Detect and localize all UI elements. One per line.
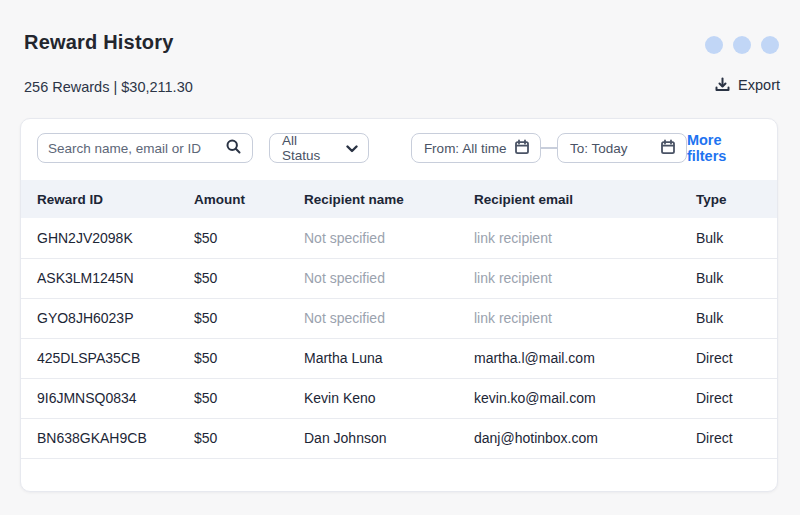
calendar-icon (660, 139, 676, 158)
cell-recipient-email: link recipient (458, 258, 680, 298)
cell-recipient-name: Not specified (288, 258, 458, 298)
column-header-type: Type (680, 180, 777, 218)
cell-amount: $50 (178, 258, 288, 298)
cell-recipient-name: Martha Luna (288, 338, 458, 378)
reward-history-page: Reward History 256 Rewards | $30,211.30 … (0, 0, 800, 515)
cell-recipient-email: martha.l@mail.com (458, 338, 680, 378)
cell-recipient-email: link recipient (458, 218, 680, 258)
cell-type: Bulk (680, 298, 777, 338)
cell-recipient-name: Not specified (288, 218, 458, 258)
date-to-picker[interactable]: To: Today (557, 133, 687, 163)
cell-amount: $50 (178, 218, 288, 258)
dot-icon (705, 36, 723, 54)
date-to-value: To: Today (570, 141, 628, 156)
export-button[interactable]: Export (714, 76, 780, 93)
cell-type: Direct (680, 378, 777, 418)
rewards-summary: 256 Rewards | $30,211.30 (24, 79, 193, 95)
cell-reward-id: GYO8JH6023P (21, 298, 178, 338)
cell-amount: $50 (178, 418, 288, 458)
cell-reward-id: ASK3LM1245N (21, 258, 178, 298)
date-from-value: From: All time (424, 141, 507, 156)
cell-recipient-name: Kevin Keno (288, 378, 458, 418)
download-icon (714, 76, 731, 93)
date-from-picker[interactable]: From: All time (411, 133, 541, 163)
rewards-table: Reward ID Amount Recipient name Recipien… (21, 180, 777, 459)
date-range-connector (541, 147, 557, 149)
reward-history-card: All Status From: All time (20, 118, 778, 492)
cell-recipient-email: kevin.ko@mail.com (458, 378, 680, 418)
cell-recipient-name: Not specified (288, 298, 458, 338)
page-title: Reward History (24, 31, 174, 54)
more-filters-link[interactable]: More filters (687, 132, 761, 164)
filter-bar: All Status From: All time (21, 119, 777, 164)
status-filter-dropdown[interactable]: All Status (269, 133, 369, 163)
column-header-recipient-name: Recipient name (288, 180, 458, 218)
cell-type: Direct (680, 338, 777, 378)
table-row: ASK3LM1245N $50 Not specified link recip… (21, 258, 777, 298)
column-header-recipient-email: Recipient email (458, 180, 680, 218)
dot-icon (733, 36, 751, 54)
export-label: Export (738, 77, 780, 93)
cell-reward-id: 9I6JMNSQ0834 (21, 378, 178, 418)
chevron-down-icon (346, 141, 358, 156)
cell-reward-id: GHN2JV2098K (21, 218, 178, 258)
table-row: 9I6JMNSQ0834 $50 Kevin Keno kevin.ko@mai… (21, 378, 777, 418)
cell-reward-id: 425DLSPA35CB (21, 338, 178, 378)
status-filter-value: All Status (282, 133, 335, 163)
cell-amount: $50 (178, 298, 288, 338)
table-row: GHN2JV2098K $50 Not specified link recip… (21, 218, 777, 258)
cell-reward-id: BN638GKAH9CB (21, 418, 178, 458)
cell-type: Direct (680, 418, 777, 458)
cell-amount: $50 (178, 378, 288, 418)
cell-recipient-email: danj@hotinbox.com (458, 418, 680, 458)
cell-recipient-name: Dan Johnson (288, 418, 458, 458)
table-header: Reward ID Amount Recipient name Recipien… (21, 180, 777, 218)
table-row: GYO8JH6023P $50 Not specified link recip… (21, 298, 777, 338)
cell-amount: $50 (178, 338, 288, 378)
table-row: 425DLSPA35CB $50 Martha Luna martha.l@ma… (21, 338, 777, 378)
search-icon (225, 138, 242, 158)
header-dots (705, 36, 779, 54)
column-header-reward-id: Reward ID (21, 180, 178, 218)
search-input[interactable] (48, 141, 225, 156)
dot-icon (761, 36, 779, 54)
search-box (37, 133, 253, 163)
cell-recipient-email: link recipient (458, 298, 680, 338)
date-range-filter: From: All time To: Today (411, 133, 687, 163)
table-row: BN638GKAH9CB $50 Dan Johnson danj@hotinb… (21, 418, 777, 458)
calendar-icon (514, 139, 530, 158)
column-header-amount: Amount (178, 180, 288, 218)
cell-type: Bulk (680, 258, 777, 298)
cell-type: Bulk (680, 218, 777, 258)
